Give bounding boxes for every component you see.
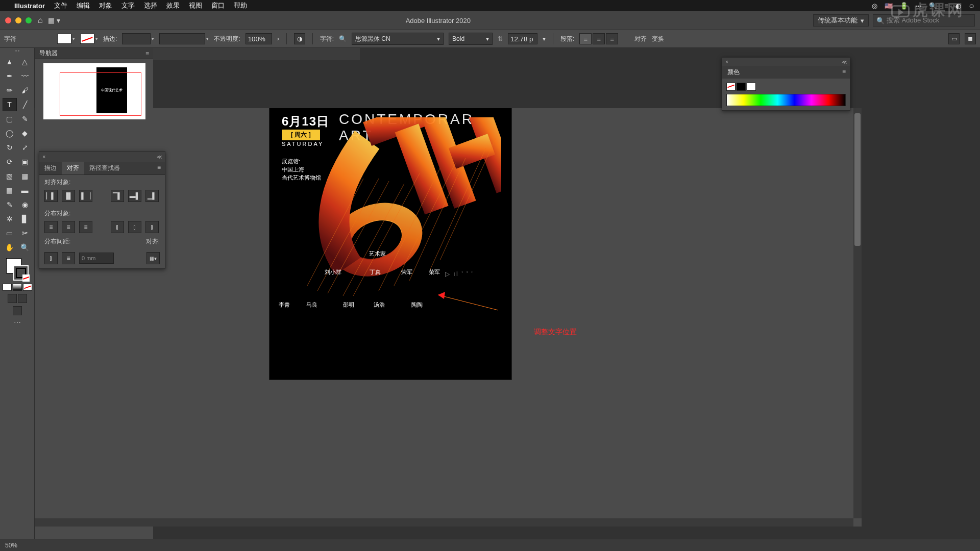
rectangle-tool[interactable]: ▢	[3, 112, 17, 126]
dist-hspace-icon[interactable]: ≡	[62, 252, 75, 264]
menu-object[interactable]: 对象	[99, 1, 112, 10]
dist-bottom-icon[interactable]: ≡	[79, 221, 92, 233]
menu-select[interactable]: 选择	[144, 1, 157, 10]
menu-window[interactable]: 窗口	[211, 1, 225, 10]
line-tool[interactable]: ╱	[18, 98, 32, 111]
eraser-tool[interactable]: ◆	[18, 127, 32, 140]
dist-hcenter-icon[interactable]: ⫿	[128, 221, 141, 233]
isolate-icon[interactable]: ▭	[948, 33, 960, 44]
menu-effect[interactable]: 效果	[166, 1, 180, 10]
slice-tool[interactable]: ✂	[18, 227, 32, 240]
home-icon[interactable]: ⌂	[38, 16, 43, 25]
font-family-select[interactable]: 思源黑体 CN▾	[352, 33, 444, 45]
horizontal-scrollbar[interactable]	[35, 518, 853, 527]
close-window-icon[interactable]	[5, 17, 11, 23]
stroke-swatch[interactable]: ▾	[80, 34, 98, 44]
draw-behind-icon[interactable]	[18, 294, 27, 303]
align-top-icon[interactable]: ▔▌	[111, 190, 124, 202]
collapse-panel-icon[interactable]: ≪	[157, 154, 162, 160]
recolor-icon[interactable]: ◑	[294, 33, 305, 44]
brush-tool[interactable]: ✏	[3, 84, 17, 97]
vertical-scrollbar[interactable]	[853, 108, 862, 518]
window-controls[interactable]	[5, 17, 32, 23]
opacity-input[interactable]	[246, 33, 272, 44]
direct-selection-tool[interactable]: △	[18, 55, 32, 68]
stroke-profile[interactable]: ▾	[159, 33, 209, 44]
align-left-button[interactable]: ≡	[579, 33, 592, 44]
free-transform-tool[interactable]: ▣	[18, 155, 32, 168]
battery-icon[interactable]: 🔋	[900, 2, 908, 10]
transform-link[interactable]: 变换	[652, 35, 664, 43]
tab-color[interactable]: 颜色	[722, 66, 745, 79]
collapse-panel-icon[interactable]: ≪	[842, 59, 847, 65]
fill-stroke-indicator[interactable]	[6, 258, 29, 281]
fill-swatch[interactable]: ▾	[57, 34, 75, 44]
menu-edit[interactable]: 编辑	[77, 1, 90, 10]
gradient-mode-icon[interactable]	[13, 284, 22, 291]
panel-menu-icon[interactable]: ≡	[145, 50, 149, 57]
dist-vcenter-icon[interactable]: ≡	[62, 221, 75, 233]
navigator-view-box[interactable]	[60, 72, 141, 116]
align-left-icon[interactable]: ▏▌	[44, 190, 58, 202]
stroke-weight[interactable]: ▾	[122, 33, 154, 44]
search-stock-input[interactable]: 🔍 搜索 Adobe Stock	[873, 14, 975, 27]
dist-right-icon[interactable]: ⫿	[145, 221, 159, 233]
align-link[interactable]: 对齐	[634, 35, 647, 43]
opacity-caret-icon[interactable]: ›	[277, 35, 279, 42]
close-panel-icon[interactable]: ×	[725, 59, 728, 65]
dist-top-icon[interactable]: ≡	[44, 221, 58, 233]
draw-normal-icon[interactable]	[8, 294, 17, 303]
minimize-window-icon[interactable]	[15, 17, 21, 23]
tab-stroke[interactable]: 描边	[39, 162, 62, 174]
close-panel-icon[interactable]: ×	[42, 154, 45, 160]
maximize-window-icon[interactable]	[26, 17, 32, 23]
font-size-input[interactable]	[508, 33, 537, 44]
pen-tool[interactable]: ✒	[3, 69, 17, 83]
control-center-icon[interactable]: ≡	[944, 2, 948, 10]
screen-mode-icon[interactable]	[13, 306, 22, 315]
font-size-stepper[interactable]: ⇅	[498, 35, 503, 42]
arrange-docs-icon[interactable]: ▦ ▾	[48, 16, 60, 24]
font-weight-select[interactable]: Bold▾	[449, 33, 493, 45]
panel-menu-icon[interactable]: ≡	[153, 162, 165, 174]
tab-align[interactable]: 对齐	[62, 162, 84, 174]
align-right-button[interactable]: ≡	[606, 33, 618, 44]
menu-file[interactable]: 文件	[54, 1, 67, 10]
color-mode-icon[interactable]	[3, 284, 12, 291]
shape-builder-tool[interactable]: ▧	[3, 169, 17, 183]
options-icon[interactable]: ≣	[965, 33, 976, 44]
symbol-sprayer-tool[interactable]: ✲	[3, 212, 17, 226]
none-mode-icon[interactable]	[23, 284, 32, 291]
navigator-thumbnail[interactable]: 中国现代艺术	[43, 63, 145, 119]
siri-icon[interactable]: ◐	[955, 2, 961, 10]
align-center-button[interactable]: ≡	[593, 33, 605, 44]
mesh-tool[interactable]: ▦	[3, 184, 17, 197]
hand-tool[interactable]: ✋	[3, 241, 17, 254]
spacing-input[interactable]	[79, 253, 114, 264]
white-swatch-icon[interactable]	[747, 83, 756, 91]
menu-view[interactable]: 视图	[189, 1, 202, 10]
menu-help[interactable]: 帮助	[234, 1, 247, 10]
type-tool[interactable]: T	[3, 98, 17, 111]
rotate-tool[interactable]: ↻	[3, 141, 17, 154]
input-flag-icon[interactable]: 🇺🇸	[885, 2, 893, 10]
align-hcenter-icon[interactable]: ▐▌	[62, 190, 75, 202]
wifi-icon[interactable]: ⋯	[915, 2, 922, 10]
font-search-icon[interactable]: 🔍	[339, 35, 347, 42]
user-icon[interactable]: ☺	[968, 2, 975, 10]
curvature-tool[interactable]: 〰	[18, 69, 32, 83]
align-vcenter-icon[interactable]: ▬▌	[128, 190, 141, 202]
panel-menu-icon[interactable]: ≡	[838, 66, 850, 79]
scale-tool[interactable]: ⤢	[18, 141, 32, 154]
none-swatch-icon[interactable]	[726, 83, 736, 91]
spotlight-icon[interactable]: 🔍	[929, 2, 937, 10]
color-spectrum[interactable]	[726, 94, 846, 106]
status-zoom[interactable]: 50%	[5, 542, 17, 549]
blob-brush-tool[interactable]: 🖌	[18, 84, 32, 97]
align-bottom-icon[interactable]: ▁▌	[145, 190, 159, 202]
dist-vspace-icon[interactable]: ⫿	[44, 252, 58, 264]
zoom-tool[interactable]: 🔍	[18, 241, 32, 254]
eyedropper-tool[interactable]: ✎	[3, 198, 17, 211]
tab-pathfinder[interactable]: 路径查找器	[84, 162, 125, 174]
width-tool[interactable]: ⟳	[3, 155, 17, 168]
